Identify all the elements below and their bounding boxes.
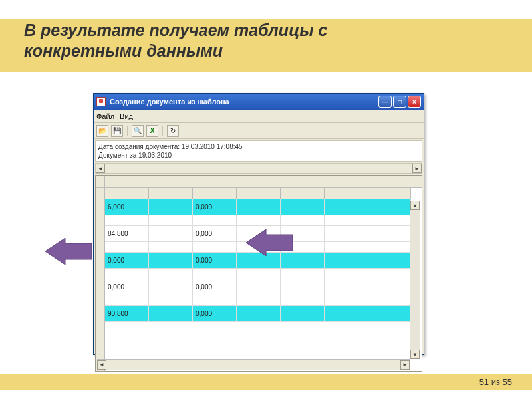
scroll-up-icon[interactable]: ▲ [410,201,420,210]
table-cell [281,269,325,279]
table-cell[interactable] [237,279,281,295]
minimize-button[interactable]: — [378,96,392,108]
column-header-top [96,176,422,188]
save-icon[interactable]: 💾 [111,125,123,137]
table-cell[interactable] [281,306,325,321]
table-cell[interactable] [368,306,411,321]
table-cell[interactable]: 6,000 [105,200,149,215]
scroll-left-icon[interactable]: ◄ [97,360,106,370]
footer-band [0,374,532,390]
table-cell[interactable]: 0,000 [193,226,237,241]
table-cell[interactable] [325,253,368,268]
dialog-caption: Создание документа из шаблона [110,98,229,106]
column-header[interactable] [325,188,368,199]
table-cell[interactable] [368,226,411,241]
table-cell[interactable] [237,306,281,321]
column-header[interactable] [237,188,281,199]
menu-file[interactable]: Файл [96,112,114,120]
table-cell [149,215,193,225]
scrollbar-horizontal-bottom[interactable]: ◄ ► [97,359,410,370]
scrollbar-horizontal-top[interactable]: ◄ ► [95,163,422,174]
annotation-arrow-left [45,238,92,265]
table-cell[interactable]: 0,000 [193,279,237,295]
column-header[interactable] [368,188,411,199]
spacer-row [105,295,411,306]
row-header-strip [96,188,105,372]
table-cell [368,242,411,252]
refresh-icon[interactable]: ↻ [167,125,179,137]
separator [127,126,128,136]
separator [162,126,163,136]
scroll-left-icon[interactable]: ◄ [96,164,105,173]
table-cell [368,295,411,305]
spacer-row [105,269,411,279]
table-cell [325,215,368,225]
table-cell[interactable] [368,279,411,295]
svg-marker-0 [45,238,92,265]
table-cell[interactable]: 0,000 [193,306,237,321]
table-cell [105,215,149,225]
document-info: Дата создания документа: 19.03.2010 17:0… [95,140,422,162]
table-cell[interactable]: 0,000 [193,253,237,268]
column-header[interactable] [193,188,237,199]
scroll-track[interactable] [410,210,420,350]
table-cell [281,295,325,305]
table-cell[interactable]: 84,800 [105,226,149,241]
table-cell [149,242,193,252]
grid-column-headers [105,188,411,200]
scroll-right-icon[interactable]: ► [412,164,422,173]
table-cell [193,295,237,305]
table-cell[interactable] [325,226,368,241]
table-cell[interactable] [281,200,325,215]
table-cell[interactable] [149,279,193,295]
table-cell[interactable]: 0,000 [105,253,149,268]
page-number: 51 из 55 [479,377,512,387]
table-cell[interactable] [325,279,368,295]
close-button[interactable]: × [408,96,421,108]
scroll-down-icon[interactable]: ▼ [410,350,420,359]
table-cell [105,242,149,252]
table-cell [193,242,237,252]
table-cell[interactable] [368,253,411,268]
table-cell [237,269,281,279]
table-cell [105,295,149,305]
table-cell [368,215,411,225]
maximize-button[interactable]: □ [393,96,406,108]
open-icon[interactable]: 📂 [96,125,108,137]
template-dialog: Создание документа из шаблона — □ × Файл… [93,93,424,355]
table-cell[interactable] [237,200,281,215]
table-cell[interactable] [149,200,193,215]
preview-icon[interactable]: 🔍 [132,125,144,137]
table-cell[interactable] [368,200,411,215]
table-cell[interactable] [281,279,325,295]
table-cell [149,295,193,305]
excel-icon[interactable]: X [146,125,158,137]
table-cell[interactable] [325,306,368,321]
table-cell[interactable]: 90,800 [105,306,149,321]
menu-view[interactable]: Вид [120,112,133,120]
info-date: Документ за 19.03.2010 [98,151,419,160]
table-row[interactable]: 6,0000,000 [105,200,411,215]
table-cell[interactable]: 0,000 [105,279,149,295]
slide-title: В результате получаем таблицы с конкретн… [24,20,327,62]
table-cell[interactable] [149,306,193,321]
table-cell[interactable]: 0,000 [193,200,237,215]
data-grid: 6,0000,00084,8000,0000,0000,0000,0000,00… [95,175,422,372]
scroll-right-icon[interactable]: ► [400,360,410,370]
table-cell [237,295,281,305]
table-cell[interactable] [149,226,193,241]
table-cell [193,269,237,279]
table-row[interactable]: 90,8000,000 [105,306,411,322]
table-row[interactable]: 0,0000,000 [105,279,411,295]
column-header[interactable] [281,188,325,199]
corner-cell [96,176,105,187]
scrollbar-vertical[interactable]: ▲ ▼ [410,201,420,359]
column-header[interactable] [105,188,149,199]
table-cell[interactable] [325,200,368,215]
table-cell [237,215,281,225]
table-cell [193,215,237,225]
table-cell [325,269,368,279]
info-created: Дата создания документа: 19.03.2010 17:0… [98,142,419,151]
column-header[interactable] [149,188,193,199]
table-cell[interactable] [149,253,193,268]
